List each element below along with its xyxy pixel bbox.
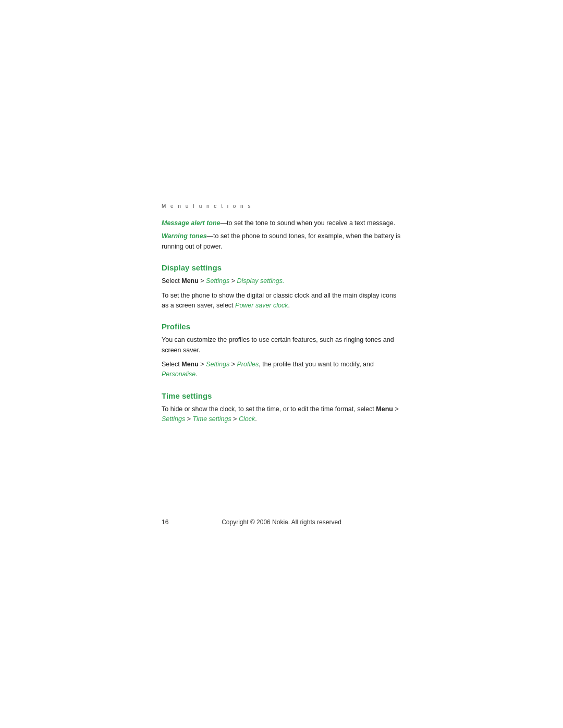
profiles-nav-personalise: Personalise — [162, 371, 195, 378]
display-settings-arrow1: > — [199, 277, 206, 285]
profiles-nav-menu: Menu — [181, 361, 199, 368]
profiles-nav-arrow1: > — [199, 361, 206, 368]
time-settings-heading: Time settings — [162, 391, 401, 400]
footer-copyright: Copyright © 2006 Nokia. All rights reser… — [222, 519, 341, 526]
time-settings-menu: Menu — [376, 405, 393, 413]
display-settings-menu: Menu — [181, 277, 199, 285]
time-settings-body-text: To hide or show the clock, to set the ti… — [162, 405, 376, 413]
display-settings-arrow2: > — [229, 277, 237, 285]
section-label: M e n u f u n c t i o n s — [162, 203, 401, 209]
time-settings-arrow3: > — [231, 415, 239, 423]
time-settings-arrow2: > — [185, 415, 192, 423]
warning-tones-block: Warning tones—to set the phone to sound … — [162, 231, 401, 252]
display-settings-nav: Select Menu > Settings > Display setting… — [162, 276, 401, 286]
profiles-nav-end: . — [195, 371, 197, 378]
page: M e n u f u n c t i o n s Message alert … — [0, 0, 563, 728]
time-settings-time: Time settings — [192, 415, 231, 423]
warning-tones-term: Warning tones — [162, 232, 207, 240]
profiles-heading: Profiles — [162, 322, 401, 331]
time-settings-arrow1: > — [393, 405, 399, 413]
content-area: M e n u f u n c t i o n s Message alert … — [162, 203, 401, 429]
profiles-body1: You can customize the profiles to use ce… — [162, 335, 401, 355]
time-settings-body: To hide or show the clock, to set the ti… — [162, 404, 401, 425]
message-alert-term: Message alert tone — [162, 219, 221, 227]
display-settings-heading: Display settings — [162, 263, 401, 272]
time-settings-settings: Settings — [162, 415, 185, 423]
display-settings-display: Display settings. — [237, 277, 285, 285]
display-settings-body: To set the phone to show the digital or … — [162, 291, 401, 311]
display-settings-settings: Settings — [206, 277, 229, 285]
profiles-nav-arrow2: > — [229, 361, 237, 368]
profiles-nav: Select Menu > Settings > Profiles, the p… — [162, 360, 401, 380]
time-settings-clock: Clock — [239, 415, 255, 423]
profiles-nav-middle: , the profile that you want to modify, a… — [259, 361, 374, 368]
display-settings-body-end: . — [288, 302, 289, 309]
profiles-nav-settings: Settings — [206, 361, 229, 368]
page-number: 16 — [162, 519, 168, 526]
message-alert-description: —to set the tone to sound when you recei… — [221, 219, 396, 227]
time-settings-body-end: . — [255, 415, 256, 423]
message-alert-block: Message alert tone—to set the tone to so… — [162, 218, 401, 228]
profiles-nav-prefix: Select — [162, 361, 181, 368]
profiles-nav-profiles: Profiles — [237, 361, 259, 368]
power-saver-clock: Power saver clock — [235, 302, 288, 309]
